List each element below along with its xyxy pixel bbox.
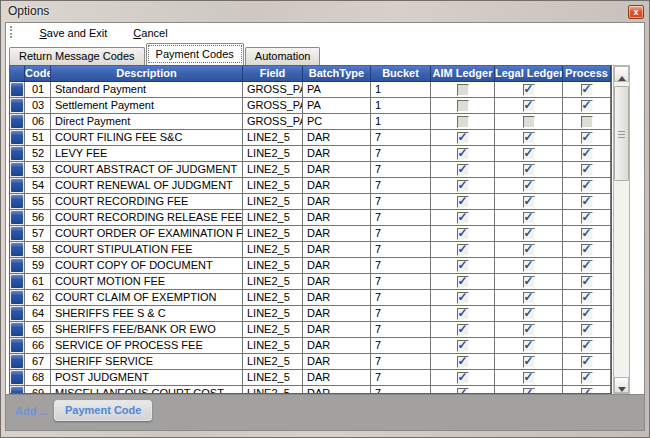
aim-ledger-checkbox[interactable] bbox=[457, 292, 469, 304]
cell-field[interactable]: LINE2_5 bbox=[243, 354, 303, 370]
cell-bucket[interactable]: 1 bbox=[371, 114, 431, 130]
process-checkbox[interactable] bbox=[581, 292, 593, 304]
cell-field[interactable]: LINE2_5 bbox=[243, 386, 303, 394]
aim-ledger-checkbox[interactable] bbox=[457, 228, 469, 240]
menu-item-cancel[interactable]: Cancel bbox=[125, 24, 175, 42]
aim-ledger-cell[interactable] bbox=[431, 194, 495, 210]
cell-field[interactable]: LINE2_5 bbox=[243, 274, 303, 290]
cell-batch-type[interactable]: DAR bbox=[303, 370, 371, 386]
process-cell[interactable] bbox=[563, 242, 611, 258]
cell-bucket[interactable]: 7 bbox=[371, 258, 431, 274]
cell-code[interactable]: 66 bbox=[25, 338, 51, 354]
title-bar[interactable]: Options x bbox=[1, 1, 649, 22]
legal-ledger-checkbox[interactable] bbox=[523, 292, 535, 304]
row-selector[interactable] bbox=[10, 354, 25, 370]
legal-ledger-cell[interactable] bbox=[495, 210, 563, 226]
cell-description[interactable]: POST JUDGMENT bbox=[51, 370, 243, 386]
row-selector[interactable] bbox=[10, 114, 25, 130]
cell-field[interactable]: LINE2_5 bbox=[243, 322, 303, 338]
cell-field[interactable]: LINE2_5 bbox=[243, 178, 303, 194]
legal-ledger-checkbox[interactable] bbox=[523, 228, 535, 240]
process-checkbox[interactable] bbox=[581, 100, 593, 112]
legal-ledger-checkbox[interactable] bbox=[523, 244, 535, 256]
scroll-up-icon[interactable] bbox=[614, 66, 629, 82]
process-checkbox[interactable] bbox=[581, 228, 593, 240]
aim-ledger-checkbox[interactable] bbox=[457, 244, 469, 256]
cell-code[interactable]: 03 bbox=[25, 98, 51, 114]
process-cell[interactable] bbox=[563, 114, 611, 130]
row-selector[interactable] bbox=[10, 178, 25, 194]
cell-description[interactable]: COURT RENEWAL OF JUDGMENT bbox=[51, 178, 243, 194]
legal-ledger-checkbox[interactable] bbox=[523, 180, 535, 192]
cell-field[interactable]: LINE2_5 bbox=[243, 194, 303, 210]
aim-ledger-cell[interactable] bbox=[431, 178, 495, 194]
row-selector[interactable] bbox=[10, 194, 25, 210]
process-cell[interactable] bbox=[563, 290, 611, 306]
process-cell[interactable] bbox=[563, 322, 611, 338]
aim-ledger-cell[interactable] bbox=[431, 338, 495, 354]
add-payment-code-button[interactable]: Payment Code bbox=[54, 400, 152, 421]
cell-description[interactable]: Settlement Payment bbox=[51, 98, 243, 114]
process-checkbox[interactable] bbox=[581, 212, 593, 224]
cell-bucket[interactable]: 7 bbox=[371, 386, 431, 394]
process-cell[interactable] bbox=[563, 130, 611, 146]
row-selector[interactable] bbox=[10, 258, 25, 274]
cell-field[interactable]: LINE2_5 bbox=[243, 226, 303, 242]
legal-ledger-checkbox[interactable] bbox=[523, 84, 535, 96]
legal-ledger-checkbox[interactable] bbox=[523, 260, 535, 272]
cell-bucket[interactable]: 1 bbox=[371, 82, 431, 98]
aim-ledger-cell[interactable] bbox=[431, 146, 495, 162]
legal-ledger-cell[interactable] bbox=[495, 130, 563, 146]
aim-ledger-checkbox[interactable] bbox=[457, 324, 469, 336]
cell-description[interactable]: SHERIFFS FEE/BANK OR EWO bbox=[51, 322, 243, 338]
cell-field[interactable]: LINE2_5 bbox=[243, 338, 303, 354]
row-selector[interactable] bbox=[10, 162, 25, 178]
row-selector[interactable] bbox=[10, 322, 25, 338]
cell-description[interactable]: SHERIFF SERVICE bbox=[51, 354, 243, 370]
cell-batch-type[interactable]: DAR bbox=[303, 386, 371, 394]
cell-bucket[interactable]: 7 bbox=[371, 354, 431, 370]
row-selector[interactable] bbox=[10, 226, 25, 242]
process-cell[interactable] bbox=[563, 386, 611, 394]
cell-code[interactable]: 53 bbox=[25, 162, 51, 178]
cell-description[interactable]: LEVY FEE bbox=[51, 146, 243, 162]
cell-description[interactable]: COURT ORDER OF EXAMINATION FEE bbox=[51, 226, 243, 242]
row-selector[interactable] bbox=[10, 210, 25, 226]
process-checkbox[interactable] bbox=[581, 372, 593, 384]
cell-field[interactable]: LINE2_5 bbox=[243, 370, 303, 386]
cell-bucket[interactable]: 7 bbox=[371, 274, 431, 290]
process-cell[interactable] bbox=[563, 274, 611, 290]
cell-field[interactable]: LINE2_5 bbox=[243, 210, 303, 226]
aim-ledger-cell[interactable] bbox=[431, 258, 495, 274]
aim-ledger-cell[interactable] bbox=[431, 274, 495, 290]
cell-batch-type[interactable]: DAR bbox=[303, 178, 371, 194]
cell-field[interactable]: LINE2_5 bbox=[243, 290, 303, 306]
row-selector[interactable] bbox=[10, 98, 25, 114]
aim-ledger-checkbox[interactable] bbox=[457, 148, 469, 160]
process-cell[interactable] bbox=[563, 194, 611, 210]
process-checkbox[interactable] bbox=[581, 244, 593, 256]
cell-code[interactable]: 62 bbox=[25, 290, 51, 306]
cell-bucket[interactable]: 7 bbox=[371, 242, 431, 258]
cell-description[interactable]: MISCELLANEOUS COURT COST bbox=[51, 386, 243, 394]
cell-description[interactable]: COURT FILING FEE S&C bbox=[51, 130, 243, 146]
row-selector[interactable] bbox=[10, 386, 25, 394]
cell-code[interactable]: 69 bbox=[25, 386, 51, 394]
legal-ledger-cell[interactable] bbox=[495, 258, 563, 274]
column-header-process[interactable]: Process bbox=[563, 66, 611, 82]
cell-batch-type[interactable]: DAR bbox=[303, 194, 371, 210]
legal-ledger-cell[interactable] bbox=[495, 274, 563, 290]
tab-automation[interactable]: Automation bbox=[245, 47, 321, 65]
legal-ledger-cell[interactable] bbox=[495, 242, 563, 258]
aim-ledger-checkbox[interactable] bbox=[457, 116, 469, 128]
row-selector[interactable] bbox=[10, 338, 25, 354]
process-cell[interactable] bbox=[563, 146, 611, 162]
cell-code[interactable]: 52 bbox=[25, 146, 51, 162]
legal-ledger-cell[interactable] bbox=[495, 178, 563, 194]
legal-ledger-cell[interactable] bbox=[495, 338, 563, 354]
aim-ledger-cell[interactable] bbox=[431, 82, 495, 98]
process-checkbox[interactable] bbox=[581, 148, 593, 160]
cell-bucket[interactable]: 7 bbox=[371, 370, 431, 386]
cell-bucket[interactable]: 7 bbox=[371, 178, 431, 194]
cell-description[interactable]: COURT MOTION FEE bbox=[51, 274, 243, 290]
